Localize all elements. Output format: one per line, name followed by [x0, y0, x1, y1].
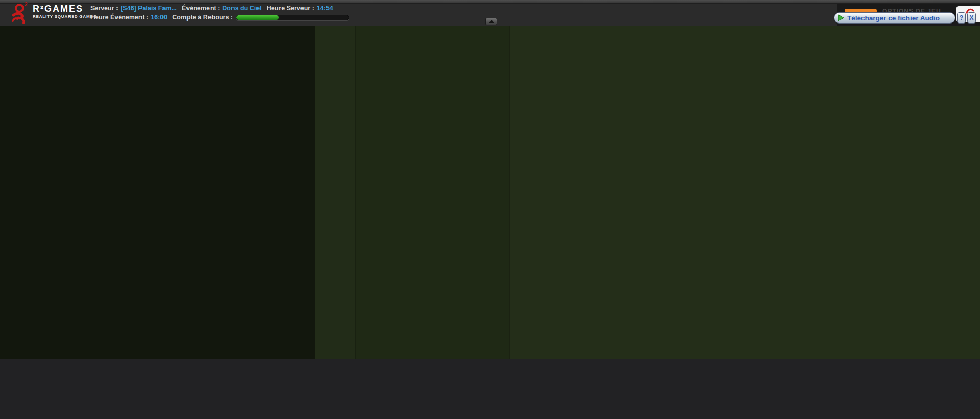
game-area-right-band	[509, 26, 980, 359]
game-area-mid-band-1	[315, 26, 355, 359]
countdown-progress	[236, 15, 349, 20]
status-line-1: Serveur : [S46] Palais Fam... Événement …	[90, 5, 349, 12]
footer-area	[0, 359, 980, 419]
audio-download-bar: Télécharger ce fichier Audio ? X	[834, 12, 976, 24]
event-time-value: 16:00	[151, 14, 167, 21]
svg-text:2: 2	[25, 2, 28, 7]
countdown-label: Compte à Rebours :	[172, 14, 233, 21]
play-icon	[837, 14, 845, 21]
server-time-value: 14:54	[317, 5, 333, 12]
event-time-label: Heure Événement :	[90, 14, 148, 21]
audio-download-button[interactable]: Télécharger ce fichier Audio	[834, 12, 955, 24]
up-arrow-icon	[489, 20, 494, 23]
status-line-2: Heure Événement : 16:00 Compte à Rebours…	[90, 14, 349, 21]
event-link[interactable]: Dons du Ciel	[222, 5, 261, 12]
server-link[interactable]: [S46] Palais Fam...	[121, 5, 177, 12]
collapse-header-button[interactable]	[485, 18, 497, 25]
audio-close-button[interactable]: X	[967, 12, 976, 24]
server-label: Serveur :	[90, 5, 118, 12]
countdown-progress-fill	[236, 15, 279, 20]
game-viewport	[0, 26, 980, 359]
r2games-logo-icon: 2	[9, 1, 31, 25]
logo-text: R²GAMES REALITY SQUARED GAMES	[33, 4, 97, 19]
server-status-block: Serveur : [S46] Palais Fam... Événement …	[90, 5, 349, 21]
game-area-left-band	[0, 26, 315, 359]
audio-help-button[interactable]: ?	[957, 12, 966, 24]
brand-name: R²GAMES	[33, 4, 97, 13]
server-time-label: Heure Serveur :	[267, 5, 314, 12]
brand-tagline: REALITY SQUARED GAMES	[33, 14, 97, 19]
header-top-strip	[0, 0, 980, 4]
event-label: Événement :	[182, 5, 220, 12]
audio-download-label: Télécharger ce fichier Audio	[847, 14, 940, 22]
r2games-logo[interactable]: 2 R²GAMES REALITY SQUARED GAMES	[9, 1, 97, 25]
game-area-mid-band-2	[355, 26, 509, 359]
top-header-bar: 2 R²GAMES REALITY SQUARED GAMES Serveur …	[0, 0, 980, 26]
